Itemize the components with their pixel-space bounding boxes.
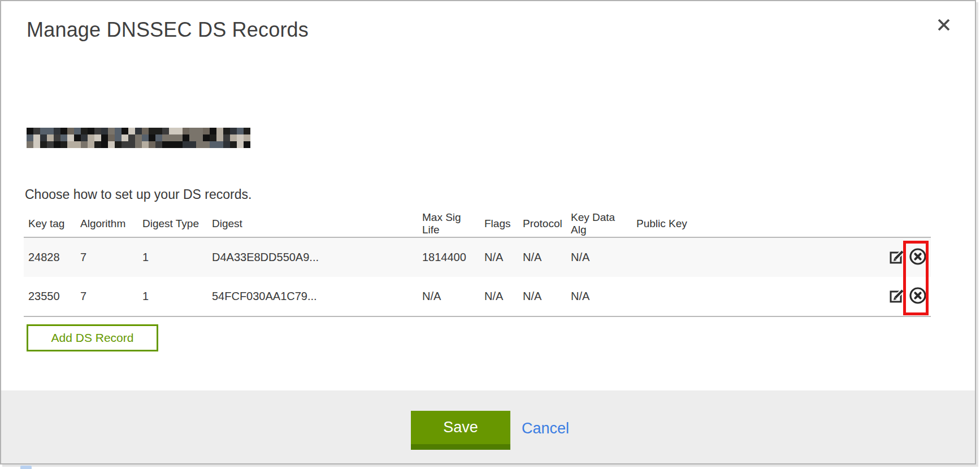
add-ds-record-button[interactable]: Add DS Record — [27, 324, 158, 351]
col-header-actions — [881, 210, 931, 237]
cell-flags: N/A — [480, 237, 518, 277]
cell-algorithm: 7 — [76, 237, 138, 277]
cell-max-sig-life: N/A — [418, 277, 480, 316]
edit-record-button[interactable] — [887, 248, 907, 267]
cell-key-tag: 24828 — [24, 237, 76, 277]
row-actions — [885, 248, 931, 267]
manage-dnssec-dialog: Manage DNSSEC DS Records Choose how to s… — [0, 0, 976, 464]
cell-protocol: N/A — [518, 237, 566, 277]
edit-icon — [888, 247, 906, 267]
col-header-digest: Digest — [207, 210, 418, 237]
col-header-protocol: Protocol — [518, 210, 566, 237]
close-icon — [936, 26, 952, 34]
cell-protocol: N/A — [518, 277, 566, 316]
row-actions — [885, 287, 931, 306]
cell-key-data-alg: N/A — [566, 237, 632, 277]
col-header-max-sig-life: Max Sig Life — [418, 210, 480, 237]
table-row: 23550 7 1 54FCF030AA1C79... N/A N/A N/A … — [24, 277, 931, 316]
delete-record-button[interactable] — [908, 248, 927, 267]
cell-flags: N/A — [480, 277, 518, 316]
cancel-link[interactable]: Cancel — [522, 420, 569, 437]
delete-icon — [908, 247, 927, 268]
col-header-digest-type: Digest Type — [138, 210, 207, 237]
cell-algorithm: 7 — [76, 277, 138, 316]
delete-record-button[interactable] — [908, 287, 927, 306]
dialog-footer: Save Cancel — [1, 390, 975, 463]
cell-key-data-alg: N/A — [566, 277, 632, 316]
col-header-public-key: Public Key — [632, 210, 881, 237]
cell-digest: D4A33E8DD550A9... — [207, 237, 418, 277]
instruction-text: Choose how to set up your DS records. — [25, 187, 251, 202]
cell-max-sig-life: 1814400 — [418, 237, 480, 277]
close-button[interactable] — [935, 17, 952, 34]
cell-public-key — [632, 237, 881, 277]
redacted-domain — [27, 128, 250, 148]
cell-digest-type: 1 — [138, 277, 207, 316]
edit-record-button[interactable] — [887, 287, 907, 306]
table-header-row: Key tag Algorithm Digest Type Digest Max… — [24, 210, 931, 237]
table-row: 24828 7 1 D4A33E8DD550A9... 1814400 N/A … — [24, 237, 931, 277]
cell-digest-type: 1 — [138, 237, 207, 277]
delete-icon — [908, 286, 927, 307]
dialog-title: Manage DNSSEC DS Records — [27, 18, 309, 42]
ds-records-table: Key tag Algorithm Digest Type Digest Max… — [24, 210, 931, 317]
col-header-key-data-alg: Key Data Alg — [566, 210, 632, 237]
save-button[interactable]: Save — [411, 411, 510, 450]
col-header-algorithm: Algorithm — [76, 210, 138, 237]
cell-digest: 54FCF030AA1C79... — [207, 277, 418, 316]
col-header-key-tag: Key tag — [24, 210, 76, 237]
background-page-fragment — [20, 466, 32, 469]
col-header-flags: Flags — [480, 210, 518, 237]
cell-key-tag: 23550 — [24, 277, 76, 316]
cell-public-key — [632, 277, 881, 316]
edit-icon — [888, 286, 906, 306]
